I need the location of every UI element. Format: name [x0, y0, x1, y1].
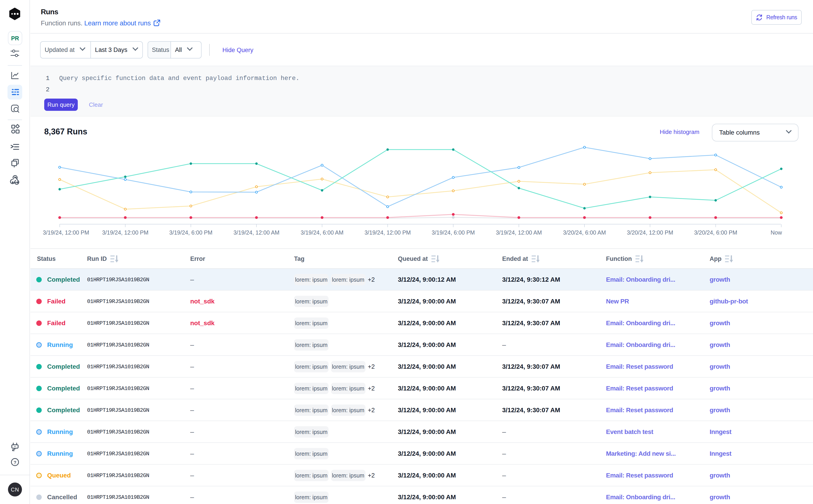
svg-text:?: ?	[14, 460, 16, 465]
svg-text:CN: CN	[11, 487, 19, 493]
